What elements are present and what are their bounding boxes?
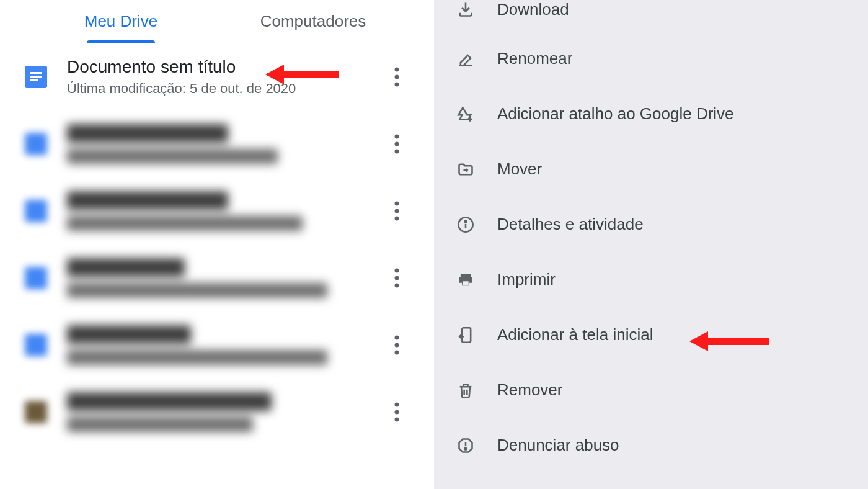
- svg-point-10: [395, 202, 399, 206]
- file-item-blurred[interactable]: [0, 110, 434, 177]
- more-options-button[interactable]: [384, 333, 409, 357]
- menu-label: Detalhes e atividade: [497, 215, 644, 234]
- more-vertical-icon: [394, 335, 399, 355]
- more-vertical-icon: [394, 67, 399, 87]
- svg-point-15: [395, 284, 399, 288]
- drive-file-list-panel: Meu Drive Computadores Documento sem tít…: [0, 0, 434, 489]
- menu-item-remove[interactable]: Remover: [434, 362, 868, 418]
- svg-point-14: [395, 276, 399, 280]
- svg-point-5: [395, 75, 399, 79]
- svg-rect-25: [462, 328, 471, 342]
- file-title: Documento sem título: [67, 57, 384, 77]
- blurred-subtitle: [67, 216, 303, 231]
- more-options-button[interactable]: [384, 199, 409, 223]
- svg-point-19: [395, 403, 399, 407]
- svg-point-4: [395, 68, 399, 72]
- add-to-home-icon: [456, 326, 475, 344]
- google-docs-icon: [25, 334, 47, 356]
- file-text: [67, 325, 384, 365]
- context-menu-panel: Download Renomear Adicionar atalho ao Go…: [434, 0, 868, 489]
- file-list: Documento sem título Última modificação:…: [0, 43, 434, 446]
- svg-point-17: [395, 343, 399, 348]
- menu-item-move[interactable]: Mover: [434, 141, 868, 197]
- folder-move-icon: [456, 160, 475, 179]
- file-item-blurred[interactable]: [0, 312, 434, 379]
- file-text: [67, 191, 384, 231]
- menu-label: Denunciar abuso: [497, 436, 619, 455]
- more-options-button[interactable]: [384, 65, 409, 89]
- drive-shortcut-icon: [456, 105, 475, 123]
- blurred-title: [67, 392, 272, 411]
- svg-point-30: [465, 447, 467, 449]
- menu-label: Adicionar atalho ao Google Drive: [497, 104, 734, 123]
- tab-my-drive[interactable]: Meu Drive: [25, 1, 217, 42]
- download-icon: [456, 0, 475, 19]
- file-item[interactable]: Documento sem título Última modificação:…: [0, 43, 434, 110]
- tabs-bar: Meu Drive Computadores: [0, 0, 434, 43]
- svg-point-9: [395, 150, 399, 154]
- google-docs-icon: [25, 66, 47, 88]
- more-options-button[interactable]: [384, 132, 409, 156]
- google-docs-icon: [25, 200, 47, 222]
- blurred-title: [67, 258, 185, 277]
- svg-point-16: [395, 336, 399, 340]
- file-text: Documento sem título Última modificação:…: [67, 57, 384, 97]
- google-docs-icon: [25, 267, 47, 289]
- svg-point-24: [465, 220, 467, 222]
- more-options-button[interactable]: [384, 266, 409, 290]
- menu-item-report-abuse[interactable]: Denunciar abuso: [434, 418, 868, 473]
- svg-point-8: [395, 142, 399, 146]
- blurred-subtitle: [67, 417, 253, 432]
- tab-computers[interactable]: Computadores: [217, 1, 409, 42]
- pencil-icon: [456, 50, 475, 68]
- svg-rect-3: [30, 79, 38, 81]
- info-icon: [456, 215, 475, 234]
- menu-label: Adicionar à tela inicial: [497, 325, 653, 344]
- svg-point-18: [395, 351, 399, 355]
- blurred-title: [67, 191, 228, 210]
- svg-point-21: [395, 418, 399, 422]
- svg-point-7: [395, 135, 399, 139]
- report-icon: [456, 436, 475, 455]
- more-vertical-icon: [394, 201, 399, 221]
- menu-item-add-shortcut[interactable]: Adicionar atalho ao Google Drive: [434, 86, 868, 141]
- more-options-button[interactable]: [384, 400, 409, 424]
- svg-point-12: [395, 217, 399, 221]
- file-item-blurred[interactable]: [0, 244, 434, 312]
- blurred-subtitle: [67, 283, 327, 298]
- svg-point-6: [395, 83, 399, 87]
- more-vertical-icon: [394, 402, 399, 422]
- menu-label: Mover: [497, 159, 542, 179]
- blurred-title: [67, 124, 228, 143]
- more-vertical-icon: [394, 268, 399, 288]
- svg-point-13: [395, 269, 399, 273]
- menu-label: Renomear: [497, 49, 572, 68]
- menu-item-rename[interactable]: Renomear: [434, 31, 868, 86]
- blurred-title: [67, 325, 191, 344]
- blurred-subtitle: [67, 149, 278, 164]
- menu-label: Imprimir: [497, 270, 556, 289]
- file-item-blurred[interactable]: [0, 177, 434, 244]
- svg-point-11: [395, 209, 399, 213]
- menu-item-download[interactable]: Download: [434, 0, 868, 31]
- menu-label: Download: [497, 0, 569, 19]
- file-text: [67, 124, 384, 164]
- svg-point-20: [395, 410, 399, 415]
- menu-item-details[interactable]: Detalhes e atividade: [434, 197, 868, 252]
- google-docs-icon: [25, 133, 47, 155]
- file-icon: [25, 401, 47, 423]
- file-item-blurred[interactable]: [0, 379, 434, 446]
- menu-item-print[interactable]: Imprimir: [434, 252, 868, 307]
- printer-icon: [456, 271, 475, 289]
- trash-icon: [456, 381, 475, 400]
- file-text: [67, 392, 384, 432]
- blurred-subtitle: [67, 350, 327, 365]
- menu-label: Remover: [497, 380, 562, 400]
- menu-item-add-home[interactable]: Adicionar à tela inicial: [434, 307, 868, 362]
- file-text: [67, 258, 384, 298]
- more-vertical-icon: [394, 134, 399, 154]
- svg-rect-2: [30, 76, 42, 78]
- svg-rect-1: [30, 72, 42, 74]
- file-modified-date: Última modificação: 5 de out. de 2020: [67, 81, 384, 97]
